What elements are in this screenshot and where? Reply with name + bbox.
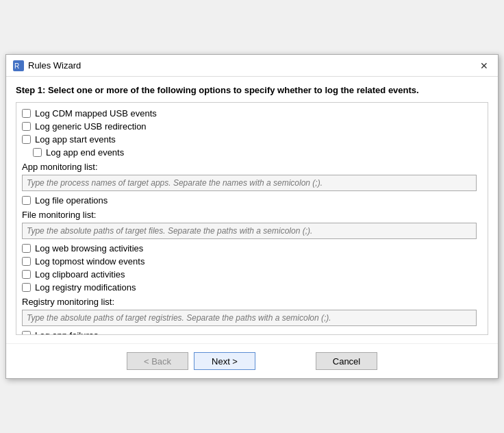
- checkbox-app-failures[interactable]: [22, 331, 31, 335]
- label-registry-mods[interactable]: Log registry modifications: [35, 282, 136, 293]
- label-app-end[interactable]: Log app end events: [46, 147, 124, 158]
- wizard-icon: R: [13, 60, 24, 71]
- file-monitoring-input[interactable]: [22, 223, 477, 239]
- option-file-ops: Log file operations: [16, 194, 488, 207]
- next-button[interactable]: Next >: [194, 352, 255, 370]
- option-clipboard: Log clipboard activities: [16, 268, 488, 281]
- close-button[interactable]: ✕: [477, 59, 491, 73]
- checkbox-cdm-usb[interactable]: [22, 109, 31, 118]
- option-app-start: Log app start events: [16, 133, 488, 146]
- option-registry-mods: Log registry modifications: [16, 281, 488, 294]
- svg-text:R: R: [14, 62, 19, 70]
- label-app-failures[interactable]: Log app failures: [35, 330, 99, 335]
- checkbox-app-end[interactable]: [33, 148, 42, 157]
- checkbox-file-ops[interactable]: [22, 196, 31, 205]
- registry-monitoring-input[interactable]: [22, 310, 477, 326]
- option-generic-usb: Log generic USB redirection: [16, 120, 488, 133]
- checkbox-clipboard[interactable]: [22, 270, 31, 279]
- rules-wizard-dialog: R Rules Wizard ✕ Step 1: Select one or m…: [5, 54, 499, 379]
- option-app-failures: Log app failures: [16, 329, 488, 335]
- checkbox-topmost-window[interactable]: [22, 257, 31, 266]
- checkbox-generic-usb[interactable]: [22, 122, 31, 131]
- label-generic-usb[interactable]: Log generic USB redirection: [35, 121, 147, 132]
- registry-monitoring-label: Registry monitoring list:: [16, 294, 488, 308]
- option-cdm-usb: Log CDM mapped USB events: [16, 107, 488, 120]
- title-bar-left: R Rules Wizard: [13, 60, 81, 71]
- app-monitoring-input[interactable]: [22, 175, 477, 191]
- step-label: Step 1: Select one or more of the follow…: [16, 85, 488, 95]
- label-cdm-usb[interactable]: Log CDM mapped USB events: [35, 108, 157, 119]
- label-clipboard[interactable]: Log clipboard activities: [35, 269, 125, 280]
- dialog-title: Rules Wizard: [28, 60, 81, 71]
- checkbox-web-browsing[interactable]: [22, 244, 31, 253]
- label-file-ops[interactable]: Log file operations: [35, 195, 108, 206]
- option-app-end: Log app end events: [16, 146, 488, 159]
- title-bar: R Rules Wizard ✕: [6, 55, 498, 77]
- options-scrollable[interactable]: Log CDM mapped USB events Log generic US…: [16, 102, 488, 335]
- back-button[interactable]: < Back: [127, 352, 188, 370]
- cancel-button[interactable]: Cancel: [316, 352, 377, 370]
- option-web-browsing: Log web browsing activities: [16, 242, 488, 255]
- checkbox-registry-mods[interactable]: [22, 283, 31, 292]
- option-topmost-window: Log topmost window events: [16, 255, 488, 268]
- checkbox-app-start[interactable]: [22, 135, 31, 144]
- label-web-browsing[interactable]: Log web browsing activities: [35, 243, 143, 253]
- dialog-footer: < Back Next > Cancel: [6, 343, 498, 378]
- file-monitoring-label: File monitoring list:: [16, 207, 488, 221]
- dialog-content: Step 1: Select one or more of the follow…: [6, 77, 498, 341]
- label-app-start[interactable]: Log app start events: [35, 134, 116, 145]
- label-topmost-window[interactable]: Log topmost window events: [35, 256, 144, 267]
- app-monitoring-label: App monitoring list:: [16, 159, 488, 173]
